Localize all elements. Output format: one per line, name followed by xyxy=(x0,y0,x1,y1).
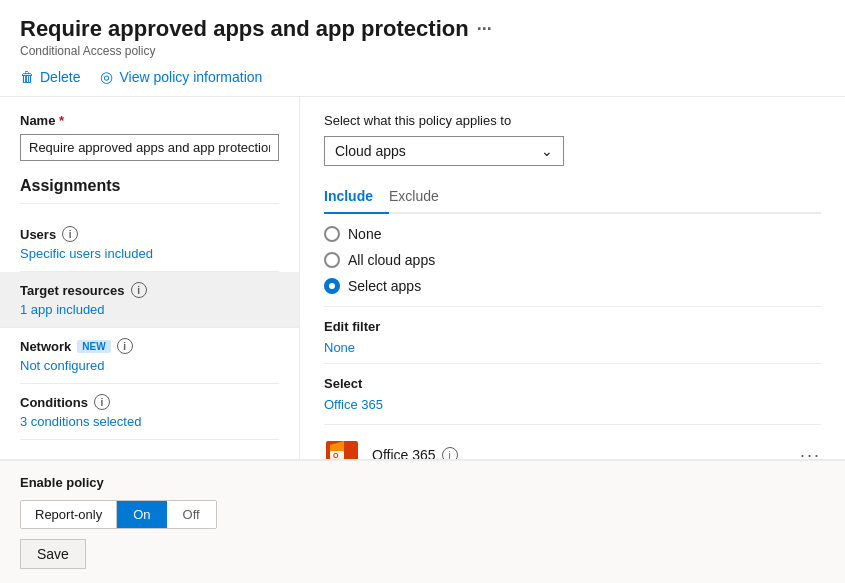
target-resources-info-icon[interactable]: i xyxy=(131,282,147,298)
users-label: Users xyxy=(20,227,56,242)
left-panel: Name * Assignments Users i Specific user… xyxy=(0,97,300,459)
radio-select-circle xyxy=(324,278,340,294)
users-info-icon[interactable]: i xyxy=(62,226,78,242)
radio-all-cloud-apps[interactable]: All cloud apps xyxy=(324,252,821,268)
toggle-off-button[interactable]: Off xyxy=(167,501,216,528)
conditions-info-icon[interactable]: i xyxy=(94,394,110,410)
users-section[interactable]: Users i Specific users included xyxy=(20,216,279,272)
app-icon: O xyxy=(324,437,360,459)
save-button[interactable]: Save xyxy=(20,539,86,569)
office365-icon: O xyxy=(324,437,360,459)
dropdown-value: Cloud apps xyxy=(335,143,406,159)
assignments-label: Assignments xyxy=(20,177,279,204)
page-title: Require approved apps and app protection… xyxy=(20,16,492,42)
network-label: Network xyxy=(20,339,71,354)
name-section: Name * xyxy=(20,113,279,161)
main-container: Require approved apps and app protection… xyxy=(0,0,845,583)
app-item-office365: O Office 365 i ··· xyxy=(324,424,821,459)
header: Require approved apps and app protection… xyxy=(0,0,845,58)
users-value[interactable]: Specific users included xyxy=(20,246,279,261)
chevron-down-icon: ⌄ xyxy=(541,143,553,159)
filter-value[interactable]: None xyxy=(324,340,821,364)
title-text: Require approved apps and app protection xyxy=(20,16,469,42)
network-info-icon[interactable]: i xyxy=(117,338,133,354)
radio-group: None All cloud apps Select apps xyxy=(324,226,821,294)
conditions-section[interactable]: Conditions i 3 conditions selected xyxy=(20,384,279,440)
filter-label: Edit filter xyxy=(324,319,821,334)
radio-all-circle xyxy=(324,252,340,268)
select-link[interactable]: Office 365 xyxy=(324,397,821,412)
enable-policy-label: Enable policy xyxy=(20,475,825,490)
delete-label: Delete xyxy=(40,69,80,85)
conditions-value[interactable]: 3 conditions selected xyxy=(20,414,279,429)
network-value[interactable]: Not configured xyxy=(20,358,279,373)
app-info-icon[interactable]: i xyxy=(442,447,458,459)
app-name: Office 365 i xyxy=(372,447,788,459)
name-input[interactable] xyxy=(20,134,279,161)
target-resources-label: Target resources xyxy=(20,283,125,298)
view-policy-button[interactable]: ◎ View policy information xyxy=(100,68,262,86)
network-new-badge: NEW xyxy=(77,340,110,353)
select-label: Select xyxy=(324,376,821,391)
conditions-label: Conditions xyxy=(20,395,88,410)
applies-to-label: Select what this policy applies to xyxy=(324,113,821,128)
radio-select-apps[interactable]: Select apps xyxy=(324,278,821,294)
filter-section: Edit filter None xyxy=(324,319,821,364)
toolbar: 🗑 Delete ◎ View policy information xyxy=(0,58,845,97)
svg-text:O: O xyxy=(333,452,339,459)
page-subtitle: Conditional Access policy xyxy=(20,44,825,58)
view-policy-label: View policy information xyxy=(119,69,262,85)
toggle-on-button[interactable]: On xyxy=(117,501,166,528)
divider-1 xyxy=(324,306,821,307)
cloud-apps-dropdown[interactable]: Cloud apps ⌄ xyxy=(324,136,564,166)
bottom-panel: Enable policy Report-only On Off Save xyxy=(0,459,845,583)
report-only-label: Report-only xyxy=(21,501,117,528)
select-section: Select Office 365 xyxy=(324,376,821,412)
title-more-icon[interactable]: ··· xyxy=(477,19,492,40)
network-section[interactable]: Network NEW i Not configured xyxy=(20,328,279,384)
delete-icon: 🗑 xyxy=(20,69,34,85)
name-label: Name * xyxy=(20,113,279,128)
view-policy-icon: ◎ xyxy=(100,68,113,86)
delete-button[interactable]: 🗑 Delete xyxy=(20,69,80,85)
policy-toggle-group: Report-only On Off xyxy=(20,500,217,529)
radio-none[interactable]: None xyxy=(324,226,821,242)
tabs: Include Exclude xyxy=(324,182,821,214)
tab-exclude[interactable]: Exclude xyxy=(389,182,455,214)
app-more-button[interactable]: ··· xyxy=(800,445,821,460)
right-panel: Select what this policy applies to Cloud… xyxy=(300,97,845,459)
required-star: * xyxy=(59,113,64,128)
target-resources-section[interactable]: Target resources i 1 app included xyxy=(0,272,299,328)
target-resources-value[interactable]: 1 app included xyxy=(20,302,279,317)
radio-none-circle xyxy=(324,226,340,242)
content-area: Name * Assignments Users i Specific user… xyxy=(0,97,845,459)
tab-include[interactable]: Include xyxy=(324,182,389,214)
